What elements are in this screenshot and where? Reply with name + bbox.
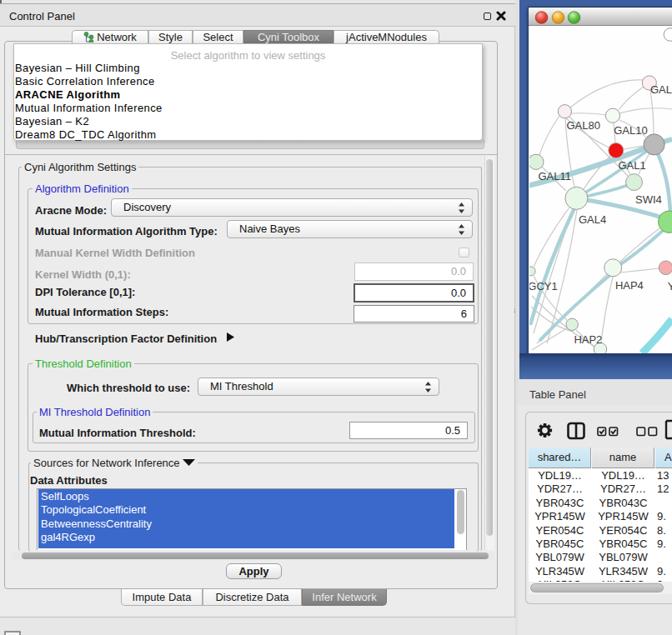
svg-text:HAP4: HAP4 <box>615 279 644 292</box>
svg-text:Y: Y <box>668 280 672 292</box>
svg-text:GAL11: GAL11 <box>539 170 572 182</box>
svg-text:GAL1: GAL1 <box>619 159 646 172</box>
svg-text:GAL2: GAL2 <box>650 83 672 96</box>
svg-text:GAL10: GAL10 <box>614 124 647 137</box>
svg-text:GAL4: GAL4 <box>579 213 606 226</box>
svg-text:GAL80: GAL80 <box>567 119 600 132</box>
svg-text:GCY1: GCY1 <box>529 280 558 292</box>
svg-text:HAP2: HAP2 <box>574 333 602 346</box>
svg-text:SWI4: SWI4 <box>635 193 662 206</box>
